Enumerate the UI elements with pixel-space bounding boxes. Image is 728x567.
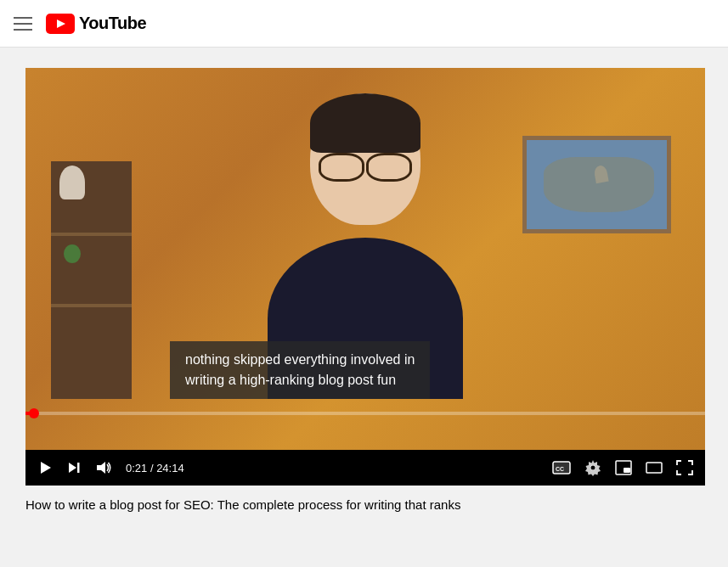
svg-marker-5	[97, 462, 105, 474]
progress-fill	[25, 412, 35, 415]
fullscreen-button[interactable]	[673, 457, 697, 479]
controls-bar: 0:21 / 24:14 CC	[25, 450, 705, 486]
svg-rect-11	[624, 468, 630, 473]
video-frame[interactable]: nothing skipped everything involved in w…	[25, 68, 705, 450]
person-hair	[310, 93, 420, 153]
volume-button[interactable]	[92, 457, 116, 479]
play-button[interactable]	[34, 457, 56, 479]
rhino-horn	[593, 165, 608, 183]
settings-button[interactable]	[581, 456, 605, 480]
youtube-logo[interactable]: YouTube	[46, 14, 146, 34]
miniplayer-button[interactable]	[612, 457, 635, 479]
plant-decor	[64, 244, 81, 263]
subtitle-line1: nothing skipped everything involved in	[185, 352, 415, 367]
svg-marker-3	[69, 463, 76, 473]
logo-text: YouTube	[79, 14, 146, 33]
painting-decor	[522, 136, 671, 233]
cc-button[interactable]: CC	[549, 457, 574, 479]
person-head	[310, 93, 420, 225]
header: YouTube	[0, 0, 728, 48]
progress-bar[interactable]	[25, 412, 705, 415]
subtitle-line2: writing a high-ranking blog post fun	[185, 373, 396, 387]
time-display: 0:21 / 24:14	[126, 462, 184, 474]
theater-button[interactable]	[642, 457, 666, 479]
svg-rect-4	[77, 463, 80, 473]
main-content: nothing skipped everything involved in w…	[0, 48, 728, 534]
svg-marker-2	[41, 462, 51, 474]
next-button[interactable]	[63, 457, 85, 479]
bust-decor	[59, 166, 85, 199]
bookshelf-decor	[51, 161, 132, 399]
svg-point-9	[591, 466, 595, 470]
video-player: nothing skipped everything involved in w…	[25, 68, 705, 486]
rhino-shape	[544, 157, 654, 212]
menu-button[interactable]	[14, 17, 32, 31]
svg-text:CC: CC	[556, 466, 564, 472]
youtube-logo-icon	[46, 14, 75, 34]
video-title: How to write a blog post for SEO: The co…	[25, 496, 703, 514]
person-glasses	[314, 153, 416, 178]
svg-rect-12	[646, 463, 662, 473]
subtitle-overlay: nothing skipped everything involved in w…	[170, 341, 430, 399]
